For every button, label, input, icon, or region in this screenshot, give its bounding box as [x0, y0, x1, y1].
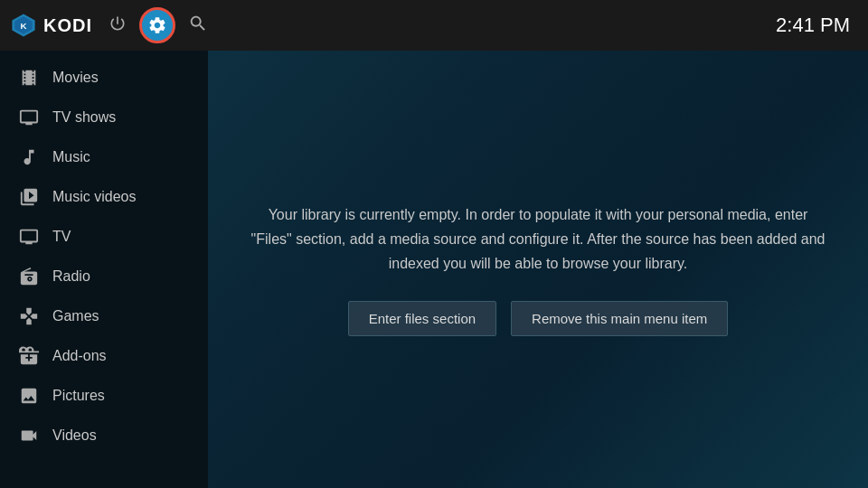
sidebar-item-movies[interactable]: Movies	[0, 58, 208, 98]
remove-menu-item-button[interactable]: Remove this main menu item	[511, 301, 728, 336]
sidebar-item-videos-label: Videos	[52, 427, 97, 444]
main-layout: Movies TV shows Music Music videos TV	[0, 51, 868, 488]
sidebar-item-games-label: Games	[52, 308, 99, 324]
sidebar-item-pictures[interactable]: Pictures	[0, 376, 208, 416]
power-icon[interactable]	[105, 11, 130, 41]
sidebar-item-pictures-label: Pictures	[52, 388, 105, 404]
pictures-icon	[18, 385, 40, 407]
sidebar-item-addons[interactable]: Add-ons	[0, 336, 208, 376]
settings-button[interactable]	[139, 7, 175, 43]
music-icon	[18, 146, 40, 168]
sidebar-item-videos[interactable]: Videos	[0, 416, 208, 455]
sidebar-item-musicvideos[interactable]: Music videos	[0, 177, 208, 217]
sidebar-item-music-label: Music	[52, 149, 90, 165]
kodi-logo-icon: K	[11, 13, 36, 38]
content-buttons: Enter files section Remove this main men…	[249, 301, 827, 336]
tvshows-icon	[18, 107, 40, 128]
videos-icon	[18, 425, 40, 446]
library-empty-message: Your library is currently empty. In orde…	[249, 202, 827, 277]
sidebar-item-addons-label: Add-ons	[52, 348, 107, 364]
content-inner: Your library is currently empty. In orde…	[231, 184, 845, 355]
sidebar-item-tv-label: TV	[52, 229, 71, 245]
sidebar-item-radio-label: Radio	[52, 268, 90, 285]
content-area: Your library is currently empty. In orde…	[208, 51, 868, 488]
sidebar-item-tvshows-label: TV shows	[52, 109, 116, 126]
kodi-logo-text: KODI	[43, 15, 92, 36]
sidebar-item-radio[interactable]: Radio	[0, 257, 208, 296]
kodi-logo: K KODI	[11, 13, 92, 38]
radio-icon	[18, 266, 40, 287]
svg-text:K: K	[20, 21, 26, 31]
tv-icon	[18, 226, 40, 248]
sidebar-item-games[interactable]: Games	[0, 296, 208, 336]
sidebar-item-tvshows[interactable]: TV shows	[0, 98, 208, 137]
gear-icon	[147, 15, 167, 35]
sidebar-item-music[interactable]: Music	[0, 137, 208, 177]
clock: 2:41 PM	[776, 14, 850, 37]
sidebar-item-tv[interactable]: TV	[0, 217, 208, 257]
sidebar-item-movies-label: Movies	[52, 70, 99, 86]
sidebar-item-musicvideos-label: Music videos	[52, 189, 136, 205]
sidebar: Movies TV shows Music Music videos TV	[0, 51, 208, 488]
games-icon	[18, 305, 40, 327]
header: K KODI 2:41 PM	[0, 0, 868, 51]
musicvideos-icon	[18, 186, 40, 208]
enter-files-button[interactable]: Enter files section	[348, 301, 496, 336]
search-icon[interactable]	[184, 10, 212, 42]
addons-icon	[18, 345, 40, 367]
movies-icon	[18, 67, 40, 89]
